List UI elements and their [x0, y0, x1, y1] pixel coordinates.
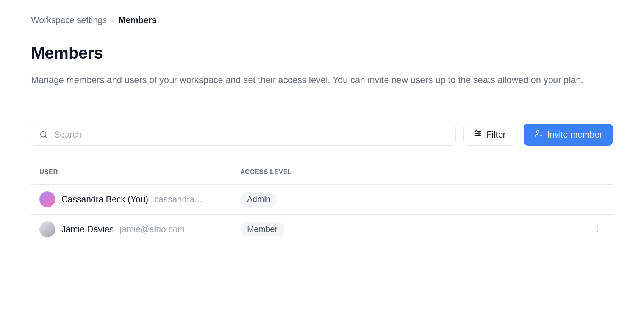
svg-point-15: [597, 228, 599, 229]
svg-point-16: [597, 230, 599, 232]
svg-point-3: [476, 131, 477, 132]
role-badge: Admin: [240, 192, 277, 207]
cell-access: Admin: [240, 192, 589, 207]
breadcrumb-parent[interactable]: Workspace settings: [31, 15, 107, 25]
breadcrumb-separator: /: [111, 15, 114, 25]
page-title: Members: [31, 44, 613, 63]
user-name: Jamie Davies: [61, 224, 114, 235]
cell-actions: [589, 222, 605, 237]
search-wrapper: [31, 124, 456, 146]
svg-point-7: [476, 135, 478, 136]
breadcrumb: Workspace settings / Members: [31, 15, 613, 25]
svg-line-1: [45, 136, 47, 138]
filter-icon: [474, 129, 482, 140]
user-email: jamie@attio.com: [120, 224, 185, 235]
svg-point-14: [597, 226, 599, 227]
breadcrumb-current: Members: [119, 15, 157, 25]
filter-label: Filter: [486, 130, 506, 140]
cell-user: Cassandra Beck (You) cassandra...: [39, 191, 240, 207]
avatar: [39, 191, 55, 207]
role-badge: Member: [240, 222, 284, 236]
controls-row: Filter Invite member: [31, 124, 613, 146]
invite-label: Invite member: [547, 130, 602, 140]
avatar: [39, 221, 55, 237]
cell-access: Member: [240, 222, 589, 236]
more-button[interactable]: [591, 222, 605, 237]
page-description: Manage members and users of your workspa…: [31, 73, 613, 87]
svg-point-8: [536, 131, 539, 133]
svg-point-5: [478, 133, 480, 134]
more-vertical-icon: [594, 225, 602, 234]
table-row: Cassandra Beck (You) cassandra... Admin: [31, 185, 613, 215]
members-table: USER ACCESS LEVEL Cassandra Beck (You) c…: [31, 168, 613, 244]
user-email: cassandra...: [154, 194, 202, 205]
user-plus-icon: [534, 129, 542, 140]
user-name: Cassandra Beck (You): [61, 194, 148, 205]
table-row: Jamie Davies jamie@attio.com Member: [31, 215, 613, 244]
search-icon: [39, 130, 48, 139]
column-header-access: ACCESS LEVEL: [240, 168, 605, 176]
column-header-user: USER: [39, 168, 240, 176]
table-header: USER ACCESS LEVEL: [31, 168, 613, 185]
search-input[interactable]: [31, 124, 456, 146]
divider: [31, 105, 613, 105]
filter-button[interactable]: Filter: [463, 124, 516, 146]
invite-member-button[interactable]: Invite member: [524, 124, 613, 146]
cell-user: Jamie Davies jamie@attio.com: [39, 221, 240, 237]
